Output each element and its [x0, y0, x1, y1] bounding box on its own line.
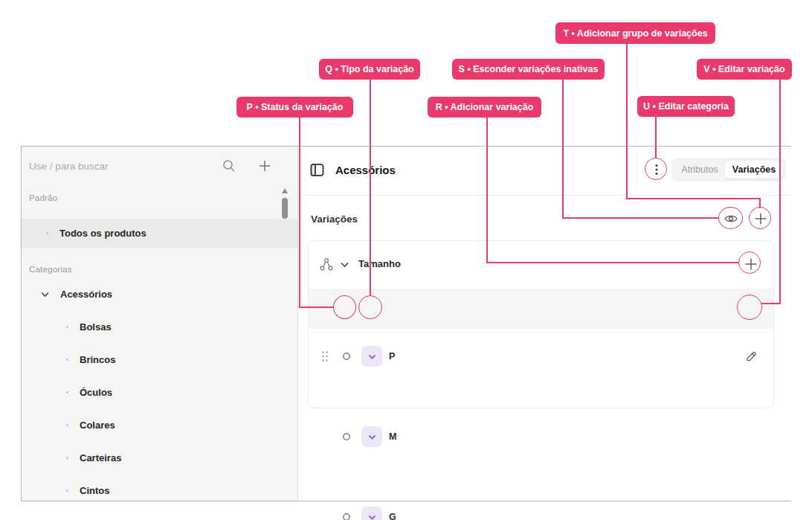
sidebar-item-brincos[interactable]: Brincos [22, 343, 297, 376]
variation-row-g[interactable]: G [309, 369, 773, 409]
variation-group-network-icon [318, 257, 335, 272]
shortcut-label-t: T • Adicionar grupo de variações [555, 22, 715, 44]
search-input[interactable] [29, 155, 219, 177]
sidebar-item-label: Brincos [80, 354, 115, 365]
tab-variacoes[interactable]: Variações [725, 161, 783, 179]
sidebar-item-label: Óculos [80, 387, 112, 398]
highlight-ring-add-variation [738, 251, 761, 274]
bullet-dot-icon [66, 359, 68, 361]
connector-line-v [761, 303, 781, 304]
shortcut-label-u: U • Editar categoria [637, 96, 735, 117]
connector-line-t [626, 44, 628, 199]
variation-type-select[interactable] [361, 507, 382, 520]
sidebar-item-label: Carteiras [80, 452, 121, 463]
sidebar-section-padrao: Padrão [29, 193, 57, 202]
sidebar-item-oculos[interactable]: Óculos [22, 376, 297, 408]
highlight-ring-kebab [645, 158, 667, 180]
connector-line-s [562, 217, 719, 219]
variations-card: Tamanho [308, 240, 774, 408]
sidebar-section-categorias: Categorias [29, 265, 72, 274]
search-icon[interactable] [222, 158, 236, 173]
connector-line-r [486, 262, 739, 263]
section-title-variacoes: Variações [311, 214, 358, 225]
highlight-ring-status [333, 295, 356, 319]
chevron-down-icon[interactable] [338, 258, 351, 270]
sidebar: Padrão Todos os produtos Categorias Aces… [22, 147, 298, 501]
chevron-down-icon [39, 289, 51, 300]
sidebar-item-cintos[interactable]: Cintos [22, 474, 297, 507]
connector-line-v [779, 80, 781, 304]
variation-group-row[interactable]: Tamanho [309, 241, 773, 289]
main-panel: Acessórios Atributos Variações Variações [298, 147, 791, 501]
variation-label: G [389, 512, 396, 520]
bullet-dot-icon [66, 489, 68, 492]
sidebar-item-label: Colares [80, 420, 115, 431]
sidebar-item-acessorios[interactable]: Acessórios [22, 283, 297, 304]
shortcut-label-p: P • Status da variação [236, 97, 353, 118]
variation-type-select[interactable] [361, 426, 382, 447]
toggle-sidebar-icon[interactable] [310, 163, 324, 177]
variation-row-m[interactable]: M [309, 329, 773, 369]
shortcut-label-s: S • Esconder variações inativas [452, 59, 605, 80]
connector-line-r [486, 118, 488, 263]
sidebar-item-label: Cintos [80, 485, 109, 496]
highlight-ring-type [358, 295, 382, 319]
sidebar-item-carteiras[interactable]: Carteiras [22, 441, 297, 474]
bullet-dot-icon [66, 457, 68, 459]
screenshot-stage: Padrão Todos os produtos Categorias Aces… [0, 0, 812, 520]
sidebar-item-label: Bolsas [80, 321, 112, 333]
connector-line-t [626, 198, 761, 199]
shortcut-label-r: R • Adicionar variação [428, 97, 541, 118]
bullet-dot-icon [66, 391, 68, 394]
variation-group-name: Tamanho [358, 258, 401, 269]
bullet-dot-icon [66, 326, 68, 328]
connector-line-p [299, 118, 300, 307]
variation-status-icon[interactable] [339, 510, 354, 520]
add-product-icon[interactable] [257, 158, 272, 173]
connector-line-s [562, 80, 564, 219]
variation-label: M [389, 431, 396, 442]
shortcut-label-q: Q • Tipo da variação [319, 59, 420, 80]
sidebar-item-bolsas[interactable]: Bolsas [22, 310, 297, 343]
bullet-dot-icon [66, 424, 68, 426]
bullet-dot-icon [46, 232, 48, 234]
sidebar-item-todos-os-produtos[interactable]: Todos os produtos [22, 219, 297, 248]
connector-line-u [655, 117, 657, 158]
page-title: Acessórios [335, 164, 396, 176]
tab-group: Atributos Variações [671, 158, 786, 182]
connector-line-q [370, 80, 371, 295]
tab-atributos[interactable]: Atributos [674, 161, 725, 179]
highlight-ring-add-group [749, 207, 771, 229]
sidebar-item-colares[interactable]: Colares [22, 408, 297, 441]
shortcut-label-v: V • Editar variação [697, 59, 792, 80]
sidebar-item-label: Acessórios [60, 289, 112, 300]
variation-status-icon[interactable] [339, 429, 354, 444]
sidebar-item-label: Todos os produtos [59, 228, 146, 239]
scrollbar-up-arrow[interactable] [282, 188, 288, 193]
connector-line-p [299, 306, 334, 308]
scrollbar-thumb[interactable] [282, 198, 288, 219]
highlight-ring-edit [737, 295, 762, 320]
highlight-ring-eye [718, 207, 743, 229]
